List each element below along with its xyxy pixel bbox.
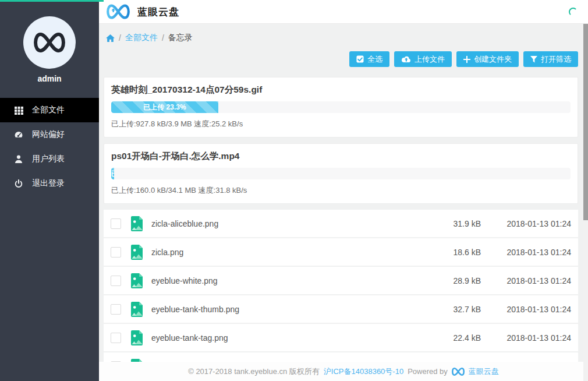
upload-progress-fill: 已上传 23.3%	[111, 101, 218, 113]
powered-by: Powered by 蓝眼云盘	[408, 366, 499, 377]
file-checkbox[interactable]	[111, 304, 121, 315]
page-loading-bar	[0, 0, 104, 2]
loading-spinner-icon	[569, 8, 578, 16]
footer-brand-link[interactable]: 蓝眼云盘	[469, 366, 499, 377]
breadcrumb-separator: /	[119, 33, 121, 43]
scrollbar-track[interactable]	[583, 24, 588, 381]
image-file-icon	[131, 330, 143, 345]
sidebar-item-label: 用户列表	[32, 154, 65, 164]
toolbar: 全选 上传文件 创建文件夹 打开筛选	[99, 51, 578, 67]
upload-cards: 英雄时刻_20170312-14点07分59s.gif 已上传 23.3% 已上…	[104, 77, 578, 204]
file-date: 2018-01-13 01:24	[481, 248, 571, 257]
breadcrumb-separator: /	[162, 33, 164, 43]
upload-progress-fill: 已上传 0.5%	[111, 168, 114, 179]
scrollbar-thumb[interactable]	[583, 24, 588, 220]
sidebar-item-label: 网站偏好	[32, 129, 65, 140]
sidebar-item-label: 全部文件	[32, 105, 65, 115]
icp-link[interactable]: 沪ICP备14038360号-10	[324, 366, 403, 377]
upload-progress-track: 已上传 0.5%	[111, 168, 571, 179]
copyright-text: © 2017-2018 tank.eyeblue.cn 版权所有	[188, 366, 320, 377]
content: / 全部文件 / 备忘录 全选 上传文件 创建文件夹 打开筛选 英雄时刻_201…	[99, 24, 588, 381]
toolbar-button[interactable]: 全选	[349, 51, 389, 67]
file-list: zicla-aliceblue.png 31.9 kB 2018-01-13 0…	[104, 210, 578, 380]
powered-by-label: Powered by	[408, 367, 448, 376]
file-name[interactable]: eyeblue-white.png	[151, 276, 411, 285]
file-size: 28.9 kB	[411, 276, 481, 285]
file-row[interactable]: eyeblue-tank-thumb.png 32.7 kB 2018-01-1…	[104, 295, 578, 323]
toolbar-button-label: 上传文件	[415, 54, 445, 65]
file-date: 2018-01-13 01:24	[481, 333, 571, 343]
file-size: 22.4 kB	[411, 333, 481, 343]
toolbar-button[interactable]: 创建文件夹	[456, 51, 519, 67]
file-size: 31.9 kB	[411, 219, 481, 228]
app-title: 蓝眼云盘	[137, 5, 179, 19]
upload-filename: 英雄时刻_20170312-14点07分59s.gif	[111, 84, 571, 96]
file-row[interactable]: zicla-aliceblue.png 31.9 kB 2018-01-13 0…	[104, 210, 578, 237]
sidebar-item-全部文件[interactable]: 全部文件	[0, 98, 99, 122]
file-date: 2018-01-13 01:24	[481, 219, 571, 228]
power-icon	[14, 179, 23, 188]
home-icon[interactable]	[106, 34, 115, 42]
sidebar: admin 全部文件 网站偏好 用户列表 退出登录	[0, 0, 99, 381]
file-checkbox[interactable]	[111, 276, 121, 286]
upload-filename: ps01开场白-开场白.怎么学.mp4	[111, 150, 571, 163]
file-checkbox[interactable]	[111, 333, 121, 343]
image-file-icon	[131, 302, 143, 317]
infinity-logo-icon	[31, 31, 68, 54]
upload-status: 已上传:160.0 kB/34.1 MB 速度:31.8 kB/s	[111, 185, 571, 196]
toolbar-button[interactable]: 打开筛选	[523, 51, 578, 67]
file-size: 32.7 kB	[411, 305, 481, 314]
sidebar-item-label: 退出登录	[32, 178, 65, 189]
sidebar-item-用户列表[interactable]: 用户列表	[0, 147, 99, 171]
breadcrumb-current: 备忘录	[168, 33, 193, 43]
image-file-icon	[131, 216, 143, 231]
file-name[interactable]: eyeblue-tank-tag.png	[151, 333, 411, 343]
brand-logo-icon	[105, 3, 132, 20]
cloud-upload-icon	[401, 55, 411, 63]
image-file-icon	[131, 273, 143, 288]
toolbar-button-label: 创建文件夹	[474, 54, 512, 65]
main-area: 蓝眼云盘 / 全部文件 / 备忘录 全选 上传文件 创建文件夹 打开筛选	[99, 0, 588, 381]
upload-status: 已上传:927.8 kB/3.9 MB 速度:25.2 kB/s	[111, 119, 571, 129]
sidebar-item-退出登录[interactable]: 退出登录	[0, 171, 99, 196]
grid-icon	[14, 106, 23, 115]
upload-progress-track: 已上传 23.3%	[111, 101, 571, 113]
breadcrumb: / 全部文件 / 备忘录	[99, 24, 588, 43]
file-checkbox[interactable]	[111, 247, 121, 257]
plus-icon	[463, 56, 470, 63]
file-date: 2018-01-13 01:24	[481, 305, 571, 314]
brand[interactable]: 蓝眼云盘	[105, 3, 179, 20]
toolbar-button-label: 全选	[367, 54, 382, 65]
toolbar-button-label: 打开筛选	[541, 54, 571, 65]
file-name[interactable]: eyeblue-tank-thumb.png	[151, 305, 411, 314]
file-size: 18.6 kB	[411, 248, 481, 257]
sidebar-menu: 全部文件 网站偏好 用户列表 退出登录	[0, 98, 99, 196]
sidebar-item-网站偏好[interactable]: 网站偏好	[0, 122, 99, 147]
footer: © 2017-2018 tank.eyeblue.cn 版权所有 沪ICP备14…	[99, 362, 588, 381]
dashboard-icon	[14, 130, 23, 139]
filter-icon	[530, 56, 537, 63]
username: admin	[0, 74, 99, 83]
avatar	[23, 16, 76, 69]
toolbar-button[interactable]: 上传文件	[394, 51, 452, 67]
file-name[interactable]: zicla.png	[151, 248, 411, 257]
user-icon	[14, 155, 23, 163]
upload-card: ps01开场白-开场白.怎么学.mp4 已上传 0.5% 已上传:160.0 k…	[104, 143, 578, 204]
footer-logo-icon	[451, 367, 466, 376]
file-date: 2018-01-13 01:24	[481, 276, 571, 285]
check-square-icon	[356, 55, 364, 63]
file-name[interactable]: zicla-aliceblue.png	[151, 219, 411, 228]
file-row[interactable]: eyeblue-tank-tag.png 22.4 kB 2018-01-13 …	[104, 324, 578, 351]
file-row[interactable]: zicla.png 18.6 kB 2018-01-13 01:24	[104, 238, 578, 266]
top-header: 蓝眼云盘	[99, 0, 588, 24]
upload-card: 英雄时刻_20170312-14点07分59s.gif 已上传 23.3% 已上…	[104, 77, 578, 137]
file-checkbox[interactable]	[111, 218, 121, 229]
image-file-icon	[131, 245, 143, 260]
breadcrumb-all-files[interactable]: 全部文件	[125, 33, 158, 43]
file-row[interactable]: eyeblue-white.png 28.9 kB 2018-01-13 01:…	[104, 267, 578, 294]
